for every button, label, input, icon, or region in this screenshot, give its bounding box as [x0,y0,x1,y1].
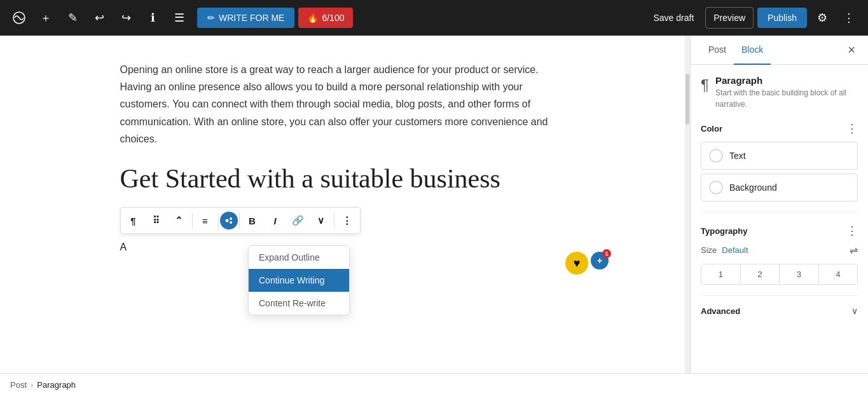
editor-scrollbar[interactable] [685,36,690,373]
expand-outline-option[interactable]: Expand Outline [249,246,349,269]
sidebar-tabs: Post Block × [691,36,868,65]
ai-notification-wrapper: + 1 [591,252,609,275]
block-options-button[interactable]: ⋮ [336,209,359,232]
list-view-button[interactable]: ☰ [168,6,191,29]
ai-assistant-button[interactable] [220,212,238,229]
wp-logo[interactable] [8,6,31,29]
ai-dropdown-menu: Expand Outline Continue Writing Content … [248,245,350,315]
drag-icon: ⠿ [153,215,160,226]
svg-point-3 [230,221,232,224]
redo-icon: ↪ [121,11,131,25]
ai-counter-button[interactable]: 🔥 6/100 [298,8,353,28]
bold-button[interactable]: B [241,209,264,232]
continue-writing-option[interactable]: Continue Writing [249,269,349,292]
svg-point-1 [225,219,228,222]
size-step-3[interactable]: 3 [780,264,819,284]
sidebar-content: ¶ Paragraph Start with the basic buildin… [691,65,868,373]
typography-section-title: Typography [701,226,747,236]
typography-section: Typography ⋮ Size Default ⇌ 1 2 3 4 [701,212,858,285]
size-step-2[interactable]: 2 [741,264,780,284]
bold-icon: B [249,215,256,226]
more-vertical-icon: ⋮ [342,215,352,226]
undo-button[interactable]: ↩ [88,6,111,29]
tools-icon: ✎ [68,11,78,25]
text-color-label: Text [729,151,746,161]
editor-content: Opening an online store is a great way t… [120,61,565,253]
heart-icon: ♥ [574,257,581,270]
paragraph-block-icon: ¶ [701,76,709,94]
save-draft-button[interactable]: Save draft [645,8,701,28]
breadcrumb-parent[interactable]: Post [10,380,27,390]
top-toolbar: ＋ ✎ ↩ ↪ ℹ ☰ ✏ WRITE FOR ME 🔥 6/100 Save … [0,0,868,36]
add-block-button[interactable]: ＋ [34,6,57,29]
align-button[interactable]: ≡ [194,209,217,232]
italic-button[interactable]: I [264,209,287,232]
ai-heart-button[interactable]: ♥ [565,252,588,275]
link-button[interactable]: 🔗 [287,209,310,232]
size-step-4[interactable]: 4 [819,264,858,284]
italic-icon: I [273,215,276,226]
block-toolbar: ¶ ⠿ ⌃ ≡ [120,207,361,234]
preview-button[interactable]: Preview [705,7,754,29]
move-icon: ⌃ [175,215,183,226]
main-area: Opening an online store is a great way t… [0,36,868,373]
text-color-option[interactable]: Text [701,142,858,170]
chevron-down-icon: ∨ [317,215,324,226]
link-icon: 🔗 [292,215,304,226]
background-color-circle [709,181,723,195]
ai-add-button[interactable]: + 1 [591,252,609,270]
gear-icon: ⚙ [817,11,827,25]
size-steps: 1 2 3 4 [701,264,858,285]
toolbar-divider-3 [239,213,240,228]
editor-area[interactable]: Opening an online store is a great way t… [0,36,685,373]
size-label: Size [701,245,717,255]
paragraph-icon: ¶ [130,215,135,226]
move-up-button[interactable]: ⌃ [168,209,191,232]
paragraph-type-button[interactable]: ¶ [122,209,145,232]
more-rich-text-button[interactable]: ∨ [310,209,333,232]
color-section-header: Color ⋮ [701,123,858,134]
advanced-title: Advanced [701,306,740,316]
settings-button[interactable]: ⚙ [811,6,834,29]
more-options-button[interactable]: ⋮ [837,6,860,29]
write-for-me-button[interactable]: ✏ WRITE FOR ME [197,8,294,28]
plus-small-icon: + [597,256,602,266]
background-color-label: Background [729,182,777,193]
block-info: ¶ Paragraph Start with the basic buildin… [701,75,858,110]
tools-button[interactable]: ✎ [61,6,84,29]
bottom-bar: Post › Paragraph [0,373,868,396]
drag-handle-button[interactable]: ⠿ [145,209,168,232]
info-button[interactable]: ℹ [141,6,164,29]
paragraph-block[interactable]: Opening an online store is a great way t… [120,61,565,147]
content-rewrite-option[interactable]: Content Re-write [249,292,349,315]
list-icon: ☰ [174,11,184,25]
fire-icon: 🔥 [307,13,318,23]
background-color-option[interactable]: Background [701,174,858,201]
publish-button[interactable]: Publish [757,8,807,28]
size-row: Size Default ⇌ [701,244,858,256]
text-color-circle [709,149,723,163]
svg-point-2 [230,217,232,220]
sidebar-close-button[interactable]: × [845,40,858,60]
size-controls-icon[interactable]: ⇌ [850,244,858,256]
tab-post[interactable]: Post [701,36,734,65]
undo-icon: ↩ [95,11,104,25]
sidebar: Post Block × ¶ Paragraph Start with the … [690,36,868,373]
block-description: Start with the basic building block of a… [715,87,858,110]
color-section-title: Color [701,124,722,133]
size-step-1[interactable]: 1 [701,264,741,284]
notification-badge: 1 [602,249,611,258]
tab-block[interactable]: Block [734,36,771,65]
size-value: Default [722,245,748,255]
pencil-icon: ✏ [207,13,215,23]
toolbar-divider-2 [218,213,219,228]
plus-icon: ＋ [40,10,52,25]
advanced-header[interactable]: Advanced ∨ [701,298,858,324]
typography-more-button[interactable]: ⋮ [846,225,858,236]
color-more-button[interactable]: ⋮ [846,123,858,134]
heading-block[interactable]: Get Started with a suitable business [120,163,565,195]
redo-button[interactable]: ↪ [114,6,137,29]
ellipsis-icon: ⋮ [843,11,855,25]
info-icon: ℹ [151,11,155,25]
advanced-section: Advanced ∨ [701,295,858,324]
